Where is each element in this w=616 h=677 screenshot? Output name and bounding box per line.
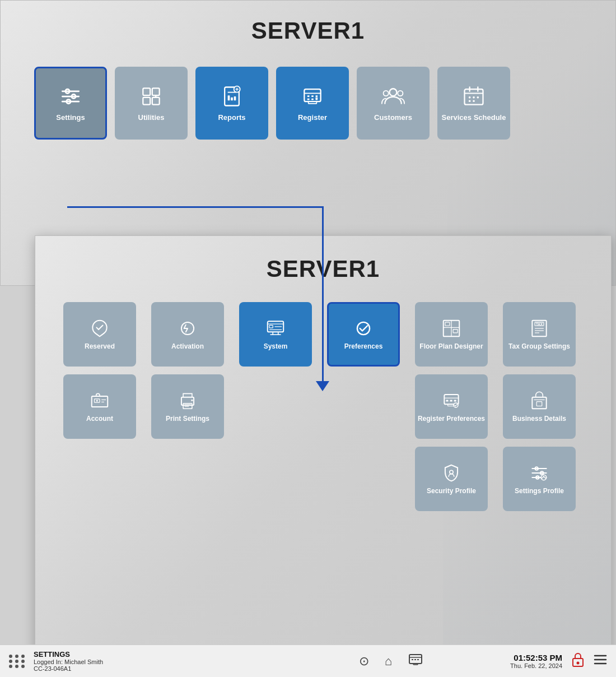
status-code: CC-23-046A1 <box>34 665 272 672</box>
bg-tile-utilities-label: Utilities <box>138 113 165 122</box>
svg-rect-15 <box>231 98 233 101</box>
svg-point-39 <box>469 100 471 103</box>
tile-print-settings[interactable]: Print Settings <box>151 374 224 439</box>
tile-system-label: System <box>264 342 288 350</box>
status-user: Logged In: Michael Smith <box>34 659 272 665</box>
svg-point-29 <box>390 89 397 96</box>
tile-reserved-label: Reserved <box>85 342 115 350</box>
bg-tile-customers-label: Customers <box>374 113 412 122</box>
back-icon[interactable]: ⊙ <box>359 654 369 669</box>
tile-floor-plan-label: Floor Plan Designer <box>419 342 483 350</box>
svg-rect-80 <box>536 402 542 406</box>
bg-tile-services-schedule[interactable]: Services Schedule <box>437 67 510 140</box>
tile-security-profile[interactable]: Security Profile <box>415 447 488 511</box>
bg-tile-register-label: Register <box>298 113 327 122</box>
svg-rect-75 <box>450 400 452 402</box>
tile-activation[interactable]: Activation <box>151 302 224 367</box>
tile-system[interactable]: System <box>239 302 312 367</box>
svg-rect-68 <box>183 404 192 409</box>
tile-account-label: Account <box>86 415 113 423</box>
bg-tile-settings[interactable]: Settings <box>34 67 107 140</box>
tile-preferences-label: Preferences <box>344 342 383 350</box>
svg-rect-25 <box>307 99 310 100</box>
tile-register-prefs-label: Register Preferences <box>418 415 485 423</box>
bg-tile-reports[interactable]: Reports <box>195 67 268 140</box>
svg-point-37 <box>469 96 471 99</box>
date-display: Thu. Feb. 22, 2024 <box>510 662 562 669</box>
tile-tax-group-settings[interactable]: TAX Tax Group Settings <box>503 302 576 367</box>
svg-point-82 <box>450 471 453 474</box>
status-nav: ⊙ ⌂ <box>272 652 511 671</box>
connector-horizontal <box>67 206 324 208</box>
tile-tax-group-label: Tax Group Settings <box>508 342 570 350</box>
tile-reserved[interactable]: Reserved <box>63 302 136 367</box>
tile-floor-plan-designer[interactable]: Floor Plan Designer <box>415 302 488 367</box>
svg-point-38 <box>477 96 479 99</box>
svg-point-31 <box>398 91 403 96</box>
svg-rect-55 <box>453 330 458 333</box>
svg-rect-14 <box>228 95 230 100</box>
lock-icon[interactable] <box>571 652 585 671</box>
svg-point-71 <box>191 400 193 401</box>
status-info: SETTINGS Logged In: Michael Smith CC-23-… <box>34 650 272 672</box>
app-dots-icon[interactable] <box>9 655 26 668</box>
tile-preferences[interactable]: Preferences <box>327 302 400 367</box>
svg-rect-6 <box>143 89 150 96</box>
tile-activation-label: Activation <box>171 342 204 350</box>
svg-rect-9 <box>152 98 160 105</box>
svg-point-36 <box>473 96 475 99</box>
svg-rect-8 <box>143 98 150 105</box>
svg-point-50 <box>357 322 370 335</box>
status-time: 01:52:53 PM Thu. Feb. 22, 2024 <box>510 653 562 669</box>
hamburger-menu-icon[interactable] <box>594 654 607 669</box>
svg-rect-79 <box>532 397 546 409</box>
svg-point-40 <box>473 100 475 103</box>
bg-server-title: SERVER1 <box>1 1 615 44</box>
svg-rect-54 <box>445 322 450 326</box>
svg-rect-22 <box>307 95 310 97</box>
svg-rect-93 <box>412 659 413 660</box>
status-right: 01:52:53 PM Thu. Feb. 22, 2024 <box>510 652 607 671</box>
svg-rect-7 <box>152 89 160 96</box>
svg-rect-16 <box>234 96 236 100</box>
connector-vertical <box>322 206 324 386</box>
svg-rect-27 <box>316 98 318 100</box>
connector-arrow <box>316 381 329 391</box>
tile-settings-profile[interactable]: Settings Profile <box>503 447 576 511</box>
tile-register-preferences[interactable]: Register Preferences <box>415 374 488 439</box>
time-display: 01:52:53 PM <box>510 653 562 662</box>
svg-rect-28 <box>309 101 317 104</box>
svg-rect-94 <box>414 659 416 660</box>
tile-business-details[interactable]: Business Details <box>503 374 576 439</box>
svg-point-98 <box>577 661 580 664</box>
tile-print-settings-label: Print Settings <box>166 415 209 423</box>
home-icon[interactable]: ⌂ <box>385 654 392 669</box>
svg-rect-24 <box>316 95 318 97</box>
svg-point-64 <box>96 400 98 402</box>
bg-tile-utilities[interactable]: Utilities <box>115 67 188 140</box>
svg-rect-26 <box>311 99 314 100</box>
bg-menu-grid: Settings Utilities <box>1 50 615 156</box>
bg-tile-register[interactable]: Register <box>276 67 349 140</box>
tile-account[interactable]: Account <box>63 374 136 439</box>
svg-rect-74 <box>446 400 449 402</box>
status-section-title: SETTINGS <box>34 650 272 659</box>
svg-text:TAX: TAX <box>536 323 543 327</box>
svg-rect-44 <box>269 326 273 328</box>
status-bar: SETTINGS Logged In: Michael Smith CC-23-… <box>0 644 616 677</box>
svg-point-89 <box>541 475 547 480</box>
tile-security-profile-label: Security Profile <box>427 487 476 495</box>
tile-settings-profile-label: Settings Profile <box>515 487 564 495</box>
svg-rect-23 <box>311 95 314 97</box>
bg-tile-customers[interactable]: Customers <box>357 67 430 140</box>
register-icon[interactable] <box>408 652 423 671</box>
tile-business-details-label: Business Details <box>512 415 566 423</box>
svg-rect-95 <box>417 659 419 660</box>
bg-tile-settings-label: Settings <box>56 113 85 122</box>
bg-tile-services-label: Services Schedule <box>442 113 506 122</box>
bg-tile-reports-label: Reports <box>218 113 245 122</box>
svg-rect-76 <box>454 400 456 402</box>
svg-point-30 <box>384 91 389 96</box>
